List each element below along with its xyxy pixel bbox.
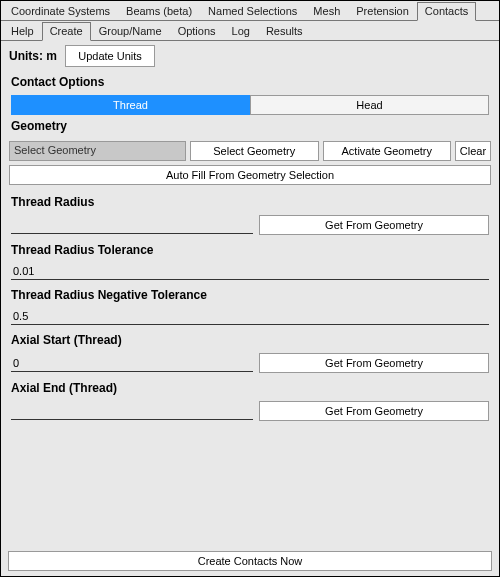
axial-start-getfrom-button[interactable]: Get From Geometry xyxy=(259,353,489,373)
axial-end-getfrom-button[interactable]: Get From Geometry xyxy=(259,401,489,421)
geometry-select[interactable]: Select Geometry xyxy=(9,141,186,161)
units-row: Units: m Update Units xyxy=(1,41,499,71)
thread-radius-neg-tol-input[interactable] xyxy=(11,308,489,325)
thread-radius-tol-label: Thread Radius Tolerance xyxy=(11,239,489,263)
subtab-log[interactable]: Log xyxy=(224,22,258,40)
create-contacts-button[interactable]: Create Contacts Now xyxy=(8,551,492,571)
subtab-results[interactable]: Results xyxy=(258,22,311,40)
activate-geometry-button[interactable]: Activate Geometry xyxy=(323,141,452,161)
contact-options-segments: Thread Head xyxy=(1,95,499,115)
subtab-create[interactable]: Create xyxy=(42,22,91,41)
segment-thread[interactable]: Thread xyxy=(11,95,250,115)
subtab-options[interactable]: Options xyxy=(170,22,224,40)
units-label: Units: m xyxy=(9,49,57,63)
axial-end-input[interactable] xyxy=(11,403,253,420)
auto-fill-button[interactable]: Auto Fill From Geometry Selection xyxy=(9,165,491,185)
thread-radius-getfrom-button[interactable]: Get From Geometry xyxy=(259,215,489,235)
thread-radius-neg-tol-label: Thread Radius Negative Tolerance xyxy=(11,284,489,308)
tab-named-selections[interactable]: Named Selections xyxy=(200,2,305,20)
geometry-row: Select Geometry Select Geometry Activate… xyxy=(1,139,499,163)
axial-start-input[interactable] xyxy=(11,355,253,372)
thread-radius-label: Thread Radius xyxy=(11,191,489,215)
sub-tab-row: Help Create Group/Name Options Log Resul… xyxy=(1,21,499,41)
thread-radius-tol-input[interactable] xyxy=(11,263,489,280)
contact-options-title: Contact Options xyxy=(1,71,499,95)
select-geometry-button[interactable]: Select Geometry xyxy=(190,141,319,161)
axial-end-label: Axial End (Thread) xyxy=(11,377,489,401)
thread-radius-input[interactable] xyxy=(11,217,253,234)
top-tab-row: Coordinate Systems Beams (beta) Named Se… xyxy=(1,1,499,21)
tab-beams[interactable]: Beams (beta) xyxy=(118,2,200,20)
tab-coordinate-systems[interactable]: Coordinate Systems xyxy=(3,2,118,20)
clear-geometry-button[interactable]: Clear xyxy=(455,141,491,161)
tab-pretension[interactable]: Pretension xyxy=(348,2,417,20)
segment-head[interactable]: Head xyxy=(250,95,489,115)
tab-contacts[interactable]: Contacts xyxy=(417,2,476,21)
axial-start-label: Axial Start (Thread) xyxy=(11,329,489,353)
update-units-button[interactable]: Update Units xyxy=(65,45,155,67)
subtab-group-name[interactable]: Group/Name xyxy=(91,22,170,40)
subtab-help[interactable]: Help xyxy=(3,22,42,40)
tab-mesh[interactable]: Mesh xyxy=(305,2,348,20)
geometry-title: Geometry xyxy=(1,115,499,139)
